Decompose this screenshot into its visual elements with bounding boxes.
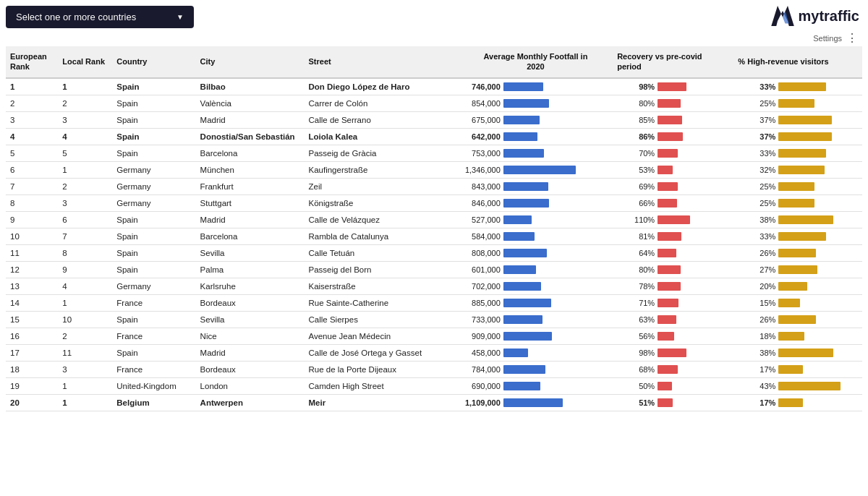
country-selector[interactable]: Select one or more countries ▼ (6, 6, 194, 28)
cell-footfall: 784,000 (459, 361, 613, 377)
cell-recovery: 71% (613, 294, 733, 311)
cell-country: Spain (112, 145, 195, 161)
cell-footfall: 885,000 (459, 294, 613, 311)
cell-highrev: 43% (733, 377, 862, 394)
cell-european-rank: 13 (6, 278, 58, 294)
col-country: Country (112, 46, 195, 78)
cell-street: Calle Tetuán (305, 244, 459, 261)
cell-country: Spain (112, 111, 195, 128)
cell-highrev: 38% (733, 344, 862, 361)
cell-street: Rue de la Porte Dijeaux (305, 361, 459, 377)
cell-recovery: 53% (613, 161, 733, 178)
cell-footfall: 601,000 (459, 261, 613, 278)
cell-footfall: 458,000 (459, 344, 613, 361)
cell-street: Passeig de Gràcia (305, 145, 459, 161)
cell-country: Spain (112, 78, 195, 95)
cell-highrev: 18% (733, 328, 862, 344)
cell-european-rank: 9 (6, 211, 58, 228)
cell-highrev: 25% (733, 178, 862, 194)
cell-recovery: 64% (613, 244, 733, 261)
cell-european-rank: 15 (6, 311, 58, 328)
cell-street: Carrer de Colón (305, 95, 459, 111)
table-row: 11SpainBilbaoDon Diego López de Haro746,… (6, 78, 862, 95)
logo-text: mytraffic (799, 8, 859, 25)
cell-country: Germany (112, 178, 195, 194)
cell-recovery: 63% (613, 311, 733, 328)
cell-country: Germany (112, 194, 195, 211)
col-street: Street (305, 46, 459, 78)
cell-highrev: 33% (733, 228, 862, 244)
cell-local-rank: 7 (58, 228, 112, 244)
cell-city: València (196, 95, 305, 111)
cell-city: Bordeaux (196, 361, 305, 377)
cell-country: Spain (112, 261, 195, 278)
cell-street: Rue Sainte-Catherine (305, 294, 459, 311)
cell-european-rank: 12 (6, 261, 58, 278)
settings-label[interactable]: Settings (813, 34, 842, 43)
cell-highrev: 33% (733, 78, 862, 95)
cell-european-rank: 7 (6, 178, 58, 194)
cell-highrev: 17% (733, 394, 862, 411)
table-body: 11SpainBilbaoDon Diego López de Haro746,… (6, 78, 862, 411)
settings-menu-icon[interactable]: ⋮ (846, 31, 859, 45)
table-row: 44SpainDonostia/San SebastiánLoiola Kale… (6, 128, 862, 145)
table-row: 61GermanyMünchenKaufingerstraße1,346,000… (6, 161, 862, 178)
cell-european-rank: 5 (6, 145, 58, 161)
rankings-table: EuropeanRank Local Rank Country City Str… (6, 46, 862, 411)
cell-highrev: 37% (733, 128, 862, 145)
cell-local-rank: 10 (58, 311, 112, 328)
cell-local-rank: 1 (58, 394, 112, 411)
cell-city: Bordeaux (196, 294, 305, 311)
cell-european-rank: 19 (6, 377, 58, 394)
cell-city: Stuttgart (196, 194, 305, 211)
cell-european-rank: 14 (6, 294, 58, 311)
table-row: 1510SpainSevillaCalle Sierpes733,00063%2… (6, 311, 862, 328)
cell-street: Calle de Serrano (305, 111, 459, 128)
cell-local-rank: 9 (58, 261, 112, 278)
col-footfall: Average Monthly Footfall in2020 (459, 46, 613, 78)
cell-recovery: 80% (613, 261, 733, 278)
cell-city: Madrid (196, 344, 305, 361)
col-highrev: % High-revenue visitors (733, 46, 862, 78)
col-recovery: Recovery vs pre-covidperiod (613, 46, 733, 78)
cell-recovery: 86% (613, 128, 733, 145)
cell-street: Rambla de Catalunya (305, 228, 459, 244)
cell-city: Bilbao (196, 78, 305, 95)
cell-local-rank: 1 (58, 161, 112, 178)
cell-footfall: 733,000 (459, 311, 613, 328)
cell-city: Antwerpen (196, 394, 305, 411)
table-row: 162FranceNiceAvenue Jean Médecin909,0005… (6, 328, 862, 344)
cell-city: Frankfurt (196, 178, 305, 194)
cell-city: Donostia/San Sebastián (196, 128, 305, 145)
cell-city: Karlsruhe (196, 278, 305, 294)
cell-city: München (196, 161, 305, 178)
cell-european-rank: 17 (6, 344, 58, 361)
cell-city: Barcelona (196, 145, 305, 161)
table-row: 201BelgiumAntwerpenMeir1,109,00051%17% (6, 394, 862, 411)
cell-recovery: 81% (613, 228, 733, 244)
col-local-rank: Local Rank (58, 46, 112, 78)
table-row: 55SpainBarcelonaPasseig de Gràcia753,000… (6, 145, 862, 161)
table-row: 141FranceBordeauxRue Sainte-Catherine885… (6, 294, 862, 311)
cell-footfall: 675,000 (459, 111, 613, 128)
cell-street: Calle Sierpes (305, 311, 459, 328)
cell-street: Passeig del Born (305, 261, 459, 278)
cell-recovery: 70% (613, 145, 733, 161)
cell-street: Don Diego López de Haro (305, 78, 459, 95)
cell-country: Spain (112, 128, 195, 145)
cell-country: Spain (112, 311, 195, 328)
cell-footfall: 808,000 (459, 244, 613, 261)
table-row: 1711SpainMadridCalle de José Ortega y Ga… (6, 344, 862, 361)
cell-country: France (112, 294, 195, 311)
top-bar: Select one or more countries ▼ mytraffic (0, 0, 868, 31)
cell-footfall: 1,109,000 (459, 394, 613, 411)
table-row: 96SpainMadridCalle de Velázquez527,00011… (6, 211, 862, 228)
cell-recovery: 50% (613, 377, 733, 394)
cell-european-rank: 4 (6, 128, 58, 145)
cell-recovery: 80% (613, 95, 733, 111)
cell-local-rank: 2 (58, 178, 112, 194)
cell-country: Spain (112, 344, 195, 361)
cell-recovery: 51% (613, 394, 733, 411)
cell-city: London (196, 377, 305, 394)
table-row: 22SpainValènciaCarrer de Colón854,00080%… (6, 95, 862, 111)
